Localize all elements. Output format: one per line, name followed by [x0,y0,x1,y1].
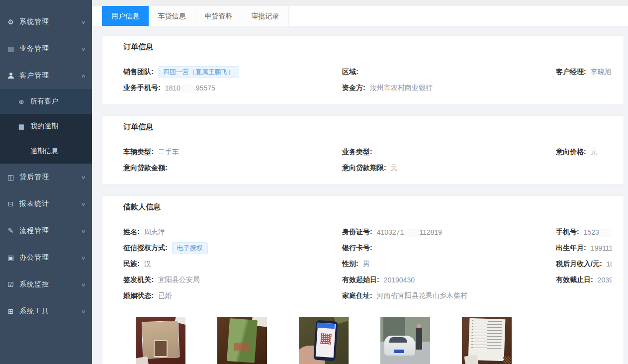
field-label: 销售团队: [123,68,154,77]
field-value: 15238137 [584,228,612,236]
field-label: 姓名: [123,228,140,237]
tab-loan-application-docs[interactable]: 申贷资料 [195,6,242,26]
field-label: 手机号: [556,228,579,237]
field-value: 已婚 [158,291,172,300]
field-funder: 资金方: 汝州市农村商业银行 [342,80,556,96]
field-gender: 性别: 男 [342,256,556,272]
field-home-address: 家庭住址: 河南省宜阳县花果山乡木柴村 [342,288,556,304]
office-icon: ▣ [6,254,15,262]
sidebar-item-all-customers[interactable]: ⊛ 所有客户 [0,89,92,114]
sidebar-item-business-management[interactable]: ▦ 业务管理 ∨ [0,35,92,62]
field-label: 征信授权方式: [123,244,168,253]
chevron-down-icon: ∨ [81,175,86,180]
photo-thumbnail-green-booklet[interactable] [217,317,267,364]
customer-submenu: ⊛ 所有客户 ▤ 我的逾期 逾期信息 [0,89,92,164]
photo-thumbnail-person-car[interactable] [380,317,430,364]
field-intended-price: 意向价格: 元 [556,144,612,160]
sidebar-item-system-management[interactable]: ⚙ 系统管理 ∨ [0,8,92,35]
content-area: 订单信息 销售团队: 四团一营（直属王鹏飞） 区域: 客户经理: 李晓旭 [92,26,628,364]
field-business-type: 业务类型: [342,144,556,160]
chevron-up-icon: ∧ [81,73,86,79]
field-label: 资金方: [342,84,365,92]
sidebar-item-label: 系统工具 [19,307,82,316]
field-region: 区域: [342,64,556,80]
field-label: 意向贷款期限: [342,164,386,173]
chevron-down-icon: ∨ [81,309,86,314]
chevron-down-icon: ∨ [81,255,86,261]
field-value: 男 [363,260,370,269]
field-label: 业务手机号: [123,84,161,92]
field-intended-loan-term: 意向贷款期限: 元 [342,160,556,176]
sidebar-item-label: 贷后管理 [19,173,82,182]
field-label: 婚姻状态: [123,291,154,300]
field-label: 家庭住址: [342,291,372,300]
field-value: 20390430 [598,276,612,284]
tab-bar: 用户信息 车贷信息 申贷资料 审批记录 [92,6,628,26]
field-label: 有效截止日: [556,275,593,284]
top-strip [92,0,628,6]
tab-approval-records[interactable]: 审批记录 [242,6,289,26]
field-label: 业务类型: [342,148,372,157]
tab-car-loan-info[interactable]: 车贷信息 [149,6,195,26]
sidebar-item-system-monitor[interactable]: ☑ 系统监控 ∨ [0,271,92,298]
field-label: 有效起始日: [342,275,379,284]
field-vehicle-type: 车辆类型: 二手车 [123,144,342,160]
photo-item: 身份证 [136,317,185,364]
monitor-icon: ⊡ [6,200,15,208]
field-label: 身份证号: [342,228,372,237]
sidebar-item-system-tools[interactable]: ⊞ 系统工具 ∨ [0,298,92,325]
sidebar-item-label: 系统管理 [19,17,82,26]
sidebar-item-post-loan-management[interactable]: ◫ 贷后管理 ∨ [0,164,92,190]
field-label: 银行卡号: [342,244,372,253]
field-value: 周志洋 [144,228,165,237]
order-info-card-1: 订单信息 销售团队: 四团一营（直属王鹏飞） 区域: 客户经理: 李晓旭 [102,35,624,104]
photo-item: 征信授权 [299,317,349,364]
sidebar-item-label: 报表统计 [19,199,82,208]
chevron-down-icon: ∨ [81,46,86,52]
sidebar-item-process-management[interactable]: ✎ 流程管理 ∨ [0,217,92,244]
field-bank-card: 银行卡号: [342,240,556,256]
chevron-down-icon: ∨ [81,282,86,287]
field-value: 二手车 [158,148,179,157]
gear-icon: ⚙ [6,18,15,26]
field-value: 元 [591,148,598,157]
field-label: 意向价格: [556,148,586,157]
photo-gallery: 身份证 行驶证照片 征信授权 [123,304,612,364]
sidebar-item-my-overdue[interactable]: ▤ 我的逾期 [0,114,92,139]
redaction-box [600,230,612,236]
field-label: 客户经理: [556,68,586,77]
field-label: 税后月收入/元: [556,260,602,269]
card-title: 订单信息 [102,36,624,58]
field-ethnicity: 民族: 汉 [123,256,342,272]
sidebar-item-customer-management[interactable]: 客户管理 ∧ [0,62,92,89]
field-value: 汉 [144,260,151,269]
main-panel: 用户信息 车贷信息 申贷资料 审批记录 订单信息 销售团队: 四团一营（直属王鹏… [92,0,628,364]
sidebar-item-label: 办公管理 [19,253,82,262]
sidebar-item-label: 我的逾期 [30,122,58,131]
chevron-down-icon: ∨ [81,228,86,234]
order-info-card-2: 订单信息 车辆类型: 二手车 业务类型: 意向价格: 元 [102,115,624,184]
sidebar-item-label: 所有客户 [30,97,58,106]
borrower-info-card: 借款人信息 姓名: 周志洋 身份证号: 4103271112819 手机号: 1… [102,195,624,364]
sidebar-item-label: 逾期信息 [30,147,58,156]
field-birth-date: 出生年月: 19911111 [556,240,612,256]
field-value: 宜阳县公安局 [158,275,200,284]
field-issuing-authority: 签发机关: 宜阳县公安局 [123,272,342,288]
photo-thumbnail-handwritten-document[interactable] [462,317,512,364]
field-value: 10000 [607,260,612,268]
sidebar-item-report-statistics[interactable]: ⊡ 报表统计 ∨ [0,190,92,217]
photo-thumbnail-phone-qr[interactable] [299,317,349,364]
tab-user-info[interactable]: 用户信息 [102,6,149,26]
user-icon [6,72,15,79]
sidebar-item-office-management[interactable]: ▣ 办公管理 ∨ [0,244,92,271]
field-marital-status: 婚姻状态: 已婚 [123,288,342,304]
tools-icon: ⊞ [6,307,15,315]
field-sales-team: 销售团队: 四团一营（直属王鹏飞） [123,64,342,80]
field-value: 河南省宜阳县花果山乡木柴村 [377,291,467,300]
sidebar-item-overdue-info[interactable]: 逾期信息 [0,139,92,164]
photo-thumbnail-id-card[interactable] [136,317,185,364]
field-value: 19911111 [591,244,612,252]
photo-item: 人车合影 [380,317,430,364]
field-value: 汝州市农村商业银行 [370,84,433,92]
sales-team-tag[interactable]: 四团一营（直属王鹏飞） [158,66,239,78]
